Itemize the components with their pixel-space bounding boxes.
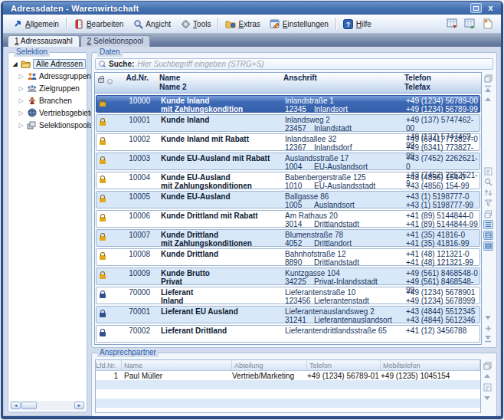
table-row[interactable]: 10009Kunde BruttoPrivatKuntzgasse 104342… <box>96 267 480 285</box>
tree-expander-icon[interactable]: ▷ <box>18 85 25 92</box>
table-row[interactable]: 70000LieferantInlandLieferantenstraße 10… <box>96 287 480 304</box>
cell-telefon: +49 (137) 5747462-00+49 (137) 5747462-99 <box>406 115 479 131</box>
scroll-bottom-icon[interactable] <box>483 334 493 343</box>
cell-anschrift: Lieferantenstraße 10123456Lieferantensta… <box>285 287 406 304</box>
rowview-medium-icon[interactable] <box>483 231 493 240</box>
lock-icon <box>100 255 106 260</box>
tree-item-zielgruppen[interactable]: ▷Zielgruppen <box>11 82 85 94</box>
table-export-icon[interactable] <box>446 18 460 30</box>
scroll-right-icon[interactable]: ► <box>74 402 84 409</box>
scroll-up-icon[interactable] <box>483 95 493 104</box>
scroll-top-icon[interactable] <box>483 84 493 94</box>
tree-item-label: Selektionspools <box>39 121 93 130</box>
table-row[interactable]: 10008Kunde DrittlandBahnhofstraße 128890… <box>96 248 480 266</box>
tree-expander-icon[interactable]: ◢ <box>11 61 18 67</box>
lock-column-icon <box>98 78 104 83</box>
menu-item-ansicht[interactable]: Ansicht <box>128 17 175 31</box>
table-row[interactable]: 10002Kunde Inland mit RabattInlandsallee… <box>96 133 480 151</box>
contact-empty-row[interactable] <box>96 408 480 413</box>
tab-2-selektionspool[interactable]: 2 Selektionspool <box>80 35 150 47</box>
menu-item-tools[interactable]: Tools <box>175 17 215 31</box>
lock-icon <box>100 140 106 145</box>
cell-telefon: +49 (6341) 773827-0+49 (6341) 773827-99 <box>406 134 479 150</box>
address-table: Ad.Nr. Name Name 2 Anschrift Telefon Tel… <box>94 72 482 345</box>
table-row[interactable]: 10004Kunde EU-Auslandmit Zahlungskonditi… <box>96 172 480 189</box>
cell-adnr: 10007 <box>119 230 153 246</box>
filter-icon[interactable] <box>483 199 493 208</box>
contact-empty-row[interactable] <box>96 389 480 399</box>
column-name: Name <box>159 74 283 83</box>
tree-item-branchen[interactable]: ▷Branchen <box>11 94 85 107</box>
table-row[interactable]: 10001Kunde InlandInlandsweg 223457Inland… <box>96 114 480 132</box>
close-icon[interactable]: x <box>485 3 496 13</box>
scroll-left-icon[interactable]: ◄ <box>11 402 21 409</box>
contact-cell: +49 (1234) 56789-01 <box>307 372 381 380</box>
lock-icon <box>100 102 106 107</box>
table-row[interactable]: 70001Lieferant EU AuslandLieferantenausl… <box>96 306 480 323</box>
target-groups-icon <box>27 84 37 93</box>
rowview-small-icon[interactable] <box>483 220 493 229</box>
cell-telefon: +43 (4856) 154-0+43 (4856) 154-99 <box>406 172 479 189</box>
tab-1-adressauswahl[interactable]: 1 Adressauswahl <box>8 35 80 47</box>
menu-item-einstellungen[interactable]: Einstellungen <box>265 17 333 31</box>
menu-item-extras[interactable]: Extras <box>221 17 264 31</box>
menu-item-hilfe[interactable]: ?Hilfe <box>339 17 376 31</box>
tree-item-vertriebsgebiete[interactable]: ▷Vertriebsgebiete <box>11 107 85 119</box>
scroll-down-icon[interactable] <box>483 313 493 322</box>
search-input[interactable]: Suche: Hier Suchbegriff eingeben (STRG+S… <box>95 58 493 70</box>
contact-side-toolbar <box>481 359 493 413</box>
cell-anschrift: Kuntzgasse 10434225Privat-Inlandsstadt <box>285 268 406 284</box>
table-row[interactable]: 10006Kunde Drittland mit RabattAm Rathau… <box>96 210 480 228</box>
rowview-large-icon[interactable] <box>483 241 493 251</box>
table-side-toolbar <box>482 72 494 345</box>
address-table-header[interactable]: Ad.Nr. Name Name 2 Anschrift Telefon Tel… <box>95 73 481 94</box>
title-bar: Adressdaten - Warenwirtschaft x <box>3 2 501 15</box>
table-row[interactable]: 10003Kunde EU-Ausland mit RabattAuslands… <box>96 153 480 170</box>
add-icon[interactable] <box>483 323 493 333</box>
help-icon: ? <box>343 18 354 29</box>
table-import-icon[interactable] <box>463 18 477 30</box>
contact-table-body: 1Paul MüllerVertrieb/Marketing+49 (1234)… <box>96 371 480 413</box>
duplicate-icon[interactable] <box>483 209 493 218</box>
tree-expander-icon[interactable]: ▷ <box>18 73 25 80</box>
contact-cell: Paul Müller <box>122 372 232 380</box>
contact-empty-row[interactable] <box>96 380 480 389</box>
menu-item-label: Einstellungen <box>283 20 329 28</box>
new-document-icon[interactable] <box>481 18 495 30</box>
tree-expander-icon[interactable]: ▷ <box>18 122 25 129</box>
zoom-icon[interactable] <box>483 177 493 186</box>
table-row[interactable]: 10000Kunde Inlandmit ZahlungskonditionIn… <box>96 95 480 113</box>
copy-icon[interactable] <box>483 361 493 370</box>
details-icon[interactable] <box>483 166 493 176</box>
table-row[interactable]: 70002Lieferant DrittlandLieferantendritt… <box>96 325 480 343</box>
column-adnr[interactable]: Ad.Nr. <box>118 74 152 93</box>
tree-item-adressgruppen[interactable]: ▷Adressgruppen <box>11 70 85 82</box>
scroll-down-icon[interactable] <box>483 393 493 402</box>
table-row[interactable]: 10007Kunde Drittlandmit Zahlungskonditio… <box>96 229 480 247</box>
restore-icon[interactable] <box>470 3 482 13</box>
sort-icon[interactable] <box>483 188 493 197</box>
right-column: Daten Suche: Hier Suchbegriff eingeben (… <box>91 52 497 412</box>
contact-row[interactable]: 1Paul MüllerVertrieb/Marketing+49 (1234)… <box>96 371 480 380</box>
table-row[interactable]: 10005Kunde EU-AuslandBallgasse 861005Aus… <box>96 191 480 208</box>
menu-item-bearbeiten[interactable]: Bearbeiten <box>69 17 128 31</box>
cell-adnr: 70002 <box>119 326 153 342</box>
copy-icon[interactable] <box>483 74 493 83</box>
scrollbar-thumb[interactable] <box>21 402 37 409</box>
menu-item-allgemein[interactable]: Allgemein <box>8 17 64 31</box>
selektion-label: Selektion <box>14 48 50 57</box>
scroll-up-icon[interactable] <box>483 372 493 381</box>
menu: AllgemeinBearbeitenAnsichtToolsExtrasEin… <box>8 15 376 33</box>
contact-table-header[interactable]: Lfd.Nr. Name Abteilung Telefon Mobiltele… <box>96 360 480 371</box>
contact-empty-row[interactable] <box>96 399 480 408</box>
tree-item-label: Vertriebsgebiete <box>39 109 94 117</box>
tree-item-label: Alle Adressen <box>33 59 86 69</box>
tree-expander-icon[interactable]: ▷ <box>18 110 25 116</box>
lock-icon <box>100 313 106 317</box>
tree-item-selektionspools[interactable]: ▷Selektionspools <box>11 119 85 131</box>
details-icon[interactable] <box>483 382 493 392</box>
tree-item-alle-adressen[interactable]: ◢Alle Adressen <box>11 57 85 70</box>
tree-expander-icon[interactable]: ▷ <box>18 97 25 104</box>
horizontal-scrollbar[interactable]: ◄ ► <box>10 401 85 410</box>
column-anschrift[interactable]: Anschrift <box>283 74 404 93</box>
